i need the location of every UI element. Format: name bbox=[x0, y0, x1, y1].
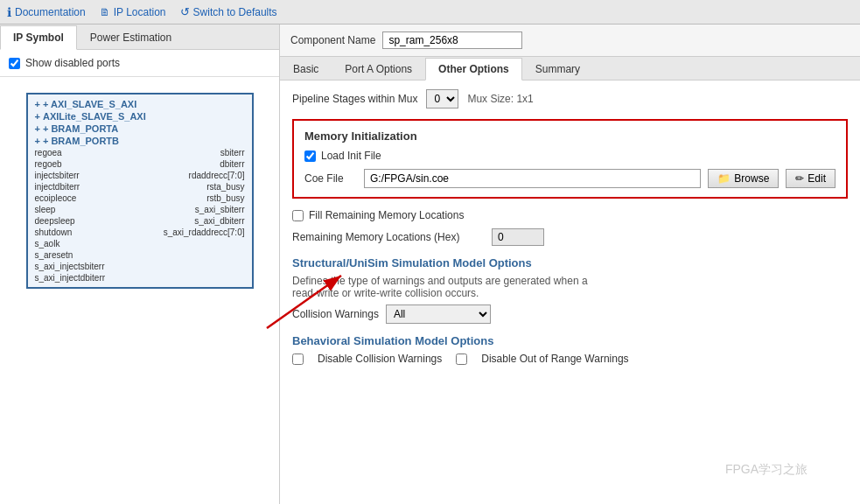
rtab-port-a[interactable]: Port A Options bbox=[332, 58, 425, 80]
symbol-area: + + AXI_SLAVE_S_AXI + AXILite_SLAVE_S_AX… bbox=[0, 77, 279, 504]
behavioral-title: Behavioral Simulation Model Options bbox=[292, 334, 848, 347]
left-panel: IP Symbol Power Estimation Show disabled… bbox=[0, 24, 280, 504]
right-panel: Component Name Basic Port A Options Othe… bbox=[280, 24, 860, 504]
ip-port-row-saolk: s_aolk bbox=[31, 238, 248, 249]
pipeline-row: Pipeline Stages within Mux 0 1 2 Mux Siz… bbox=[292, 89, 848, 108]
edit-label: Edit bbox=[808, 172, 826, 185]
ip-port-axi-slave: + + AXI_SLAVE_S_AXI bbox=[31, 98, 248, 110]
component-name-bar: Component Name bbox=[280, 24, 860, 57]
coe-file-input[interactable] bbox=[364, 169, 701, 188]
right-tab-bar: Basic Port A Options Other Options Summa… bbox=[280, 57, 860, 80]
coe-file-row: Coe File 📁 Browse ✏ Edit bbox=[304, 169, 836, 188]
collision-label: Collision Warnings bbox=[292, 308, 379, 320]
mux-size-label: Mux Size: 1x1 bbox=[467, 93, 533, 105]
edit-icon: ✏ bbox=[795, 172, 804, 185]
switch-defaults-label: Switch to Defaults bbox=[193, 6, 277, 18]
structural-desc: Defines the type of warnings and outputs… bbox=[292, 275, 848, 299]
collision-select[interactable]: All Warning Only Generate X Only None bbox=[386, 304, 491, 324]
ip-port-row-sleep: sleep s_axi_sbiterr bbox=[31, 204, 248, 215]
ip-port-bram-porta: + + BRAM_PORTA bbox=[31, 122, 248, 135]
tab-power-estimation[interactable]: Power Estimation bbox=[77, 25, 185, 50]
ip-block-diagram: + + AXI_SLAVE_S_AXI + AXILite_SLAVE_S_AX… bbox=[26, 93, 254, 289]
ip-port-bram-portb: + + BRAM_PORTB bbox=[31, 135, 248, 147]
disable-range-checkbox[interactable] bbox=[456, 354, 467, 365]
rtab-port-a-label: Port A Options bbox=[345, 63, 412, 75]
ip-location-label: IP Location bbox=[114, 6, 166, 18]
ip-port-row-ecoipleoce: ecoipleoce rstb_busy bbox=[31, 192, 248, 204]
memory-init-title: Memory Initialization bbox=[304, 130, 836, 143]
disable-range-label[interactable]: Disable Out of Range Warnings bbox=[481, 353, 628, 365]
ip-location-link[interactable]: 🗎 IP Location bbox=[100, 6, 166, 18]
refresh-icon: ↺ bbox=[180, 5, 190, 18]
info-icon: ℹ bbox=[7, 5, 11, 19]
edit-button[interactable]: ✏ Edit bbox=[786, 169, 836, 188]
tab-power-estimation-label: Power Estimation bbox=[90, 32, 171, 44]
remaining-hex-row: Remaining Memory Locations (Hex) bbox=[292, 228, 848, 246]
browse-icon: 📁 bbox=[717, 172, 731, 185]
rtab-basic[interactable]: Basic bbox=[280, 58, 332, 80]
ip-port-row-injectdbiterr: injectdbiterr rsta_busy bbox=[31, 181, 248, 192]
switch-defaults-link[interactable]: ↺ Switch to Defaults bbox=[180, 5, 277, 18]
ip-port-row-deepsleep: deepsleep s_axi_dbiterr bbox=[31, 215, 248, 227]
ip-port-row-injectsbiterr: injectsbiterr rdaddrecc[7:0] bbox=[31, 170, 248, 181]
ip-port-row-regoea: regoea sbiterr bbox=[31, 147, 248, 158]
ip-port-row-saresetn: s_aresetn bbox=[31, 249, 248, 261]
ip-port-row-saxi-injectdbiterr: s_axi_injectdbiterr bbox=[31, 272, 248, 284]
behavioral-checks-row: Disable Collision Warnings Disable Out o… bbox=[292, 353, 848, 365]
ip-port-row-shutdown: shutdown s_axi_rdaddrecc[7:0] bbox=[31, 227, 248, 238]
fill-remaining-checkbox[interactable] bbox=[292, 210, 304, 221]
rtab-summary[interactable]: Summary bbox=[522, 58, 593, 80]
load-init-checkbox[interactable] bbox=[304, 150, 316, 162]
component-name-label: Component Name bbox=[290, 34, 375, 46]
ip-port-row-regoeb: regoeb dbiterr bbox=[31, 158, 248, 170]
remaining-hex-label: Remaining Memory Locations (Hex) bbox=[292, 231, 485, 243]
main-layout: IP Symbol Power Estimation Show disabled… bbox=[0, 24, 860, 504]
show-ports-row: Show disabled ports bbox=[0, 50, 279, 77]
browse-label: Browse bbox=[734, 172, 769, 185]
memory-init-section: Memory Initialization Load Init File Coe… bbox=[292, 119, 848, 199]
documentation-link[interactable]: ℹ Documentation bbox=[7, 5, 86, 19]
ip-port-row-saxi-injectsbiterr: s_axi_injectsbiterr bbox=[31, 261, 248, 272]
fill-remaining-row: Fill Remaining Memory Locations bbox=[292, 209, 848, 221]
ip-port-axilite-slave: + AXILite_SLAVE_S_AXI bbox=[31, 110, 248, 122]
component-name-input[interactable] bbox=[382, 32, 522, 49]
location-icon: 🗎 bbox=[100, 6, 110, 18]
documentation-label: Documentation bbox=[15, 6, 86, 18]
load-init-row: Load Init File bbox=[304, 150, 836, 162]
disable-collision-checkbox[interactable] bbox=[292, 354, 304, 365]
browse-button[interactable]: 📁 Browse bbox=[708, 169, 779, 188]
structural-title: Structural/UniSim Simulation Model Optio… bbox=[292, 256, 848, 270]
right-content: Pipeline Stages within Mux 0 1 2 Mux Siz… bbox=[280, 80, 860, 374]
tab-ip-symbol[interactable]: IP Symbol bbox=[0, 25, 77, 50]
toolbar: ℹ Documentation 🗎 IP Location ↺ Switch t… bbox=[0, 0, 860, 24]
rtab-basic-label: Basic bbox=[293, 63, 318, 75]
load-init-label[interactable]: Load Init File bbox=[321, 150, 381, 162]
pipeline-label: Pipeline Stages within Mux bbox=[292, 93, 417, 105]
collision-row: Collision Warnings All Warning Only Gene… bbox=[292, 304, 848, 324]
rtab-other-label: Other Options bbox=[438, 63, 509, 75]
disable-collision-label[interactable]: Disable Collision Warnings bbox=[318, 353, 442, 365]
show-ports-label[interactable]: Show disabled ports bbox=[25, 57, 120, 69]
coe-file-label: Coe File bbox=[304, 172, 357, 185]
fill-remaining-label[interactable]: Fill Remaining Memory Locations bbox=[309, 209, 464, 221]
left-tab-bar: IP Symbol Power Estimation bbox=[0, 24, 279, 50]
pipeline-select[interactable]: 0 1 2 bbox=[426, 89, 458, 108]
rtab-other[interactable]: Other Options bbox=[425, 58, 522, 80]
show-ports-checkbox[interactable] bbox=[9, 58, 20, 69]
behavioral-section: Behavioral Simulation Model Options Disa… bbox=[292, 334, 848, 365]
remaining-hex-input[interactable] bbox=[492, 228, 544, 246]
rtab-summary-label: Summary bbox=[535, 63, 580, 75]
structural-section: Structural/UniSim Simulation Model Optio… bbox=[292, 256, 848, 324]
tab-ip-symbol-label: IP Symbol bbox=[13, 32, 64, 44]
